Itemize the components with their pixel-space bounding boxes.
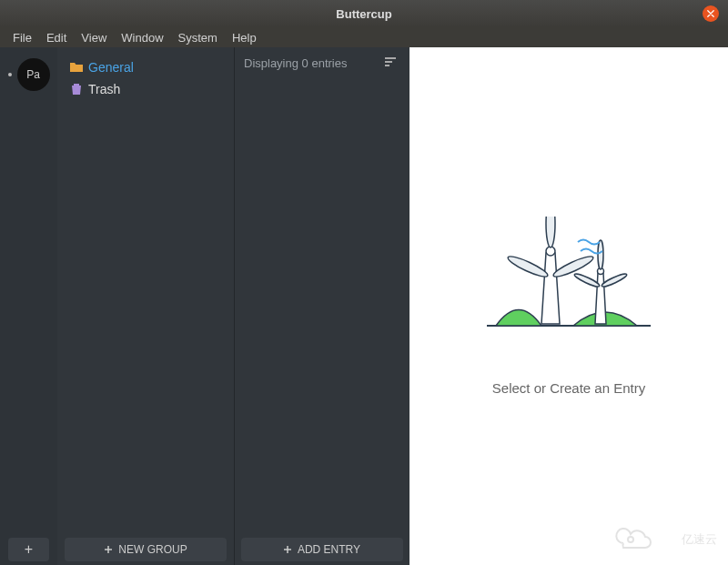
sort-icon xyxy=(384,55,397,68)
svg-point-12 xyxy=(628,537,633,542)
vault-active-dot-icon xyxy=(8,73,12,76)
svg-point-7 xyxy=(551,253,595,279)
plus-icon xyxy=(104,545,113,554)
menu-file[interactable]: File xyxy=(5,29,39,46)
bottom-toolbar: + NEW GROUP ADD ENTRY xyxy=(0,534,410,565)
svg-point-10 xyxy=(573,272,601,288)
menubar: File Edit View Window System Help xyxy=(0,27,728,47)
window-close-button[interactable] xyxy=(703,5,719,22)
empty-state-text: Select or Create an Entry xyxy=(492,380,645,396)
vault-item[interactable]: Pa xyxy=(8,58,50,91)
svg-rect-1 xyxy=(385,61,392,63)
menu-help[interactable]: Help xyxy=(225,29,264,46)
watermark: 亿速云 xyxy=(607,523,717,554)
add-entry-button[interactable]: ADD ENTRY xyxy=(241,538,403,561)
svg-rect-0 xyxy=(385,57,396,59)
window-title: Buttercup xyxy=(0,7,728,21)
menu-view[interactable]: View xyxy=(74,29,114,46)
group-label: General xyxy=(88,60,134,75)
groups-list: General Trash xyxy=(57,47,234,534)
menu-window[interactable]: Window xyxy=(114,29,170,46)
menu-edit[interactable]: Edit xyxy=(39,29,74,46)
vault-avatar[interactable]: Pa xyxy=(17,58,50,91)
folder-icon xyxy=(70,61,83,74)
svg-point-11 xyxy=(601,272,628,288)
vaults-sidebar: Pa xyxy=(0,47,57,565)
svg-rect-2 xyxy=(385,65,389,66)
entries-count-label: Displaying 0 entries xyxy=(244,56,347,70)
cloud-logo-icon xyxy=(607,523,678,550)
groups-panel: General Trash xyxy=(57,47,234,565)
entries-panel: Displaying 0 entries xyxy=(234,47,410,565)
group-item-general[interactable]: General xyxy=(65,56,227,78)
vault-abbrev: Pa xyxy=(26,68,40,81)
trash-icon xyxy=(70,83,83,96)
close-icon xyxy=(707,10,714,17)
new-group-label: NEW GROUP xyxy=(118,543,187,556)
group-label: Trash xyxy=(88,82,120,96)
entry-detail-panel: Select or Create an Entry xyxy=(410,47,728,565)
svg-point-6 xyxy=(506,253,550,279)
plus-icon xyxy=(283,545,292,554)
titlebar: Buttercup xyxy=(0,0,728,27)
svg-point-9 xyxy=(598,240,603,269)
app-body: Pa General Trash Displaying 0 xyxy=(0,47,728,565)
menu-system[interactable]: System xyxy=(171,29,225,46)
watermark-text: 亿速云 xyxy=(682,532,717,546)
entries-header: Displaying 0 entries xyxy=(235,47,410,78)
group-item-trash[interactable]: Trash xyxy=(65,78,227,100)
new-group-button[interactable]: NEW GROUP xyxy=(65,538,227,561)
add-entry-label: ADD ENTRY xyxy=(298,543,360,556)
entries-list xyxy=(235,78,410,534)
sort-button[interactable] xyxy=(380,52,400,75)
empty-state-illustration-icon xyxy=(482,217,655,335)
add-vault-button[interactable]: + xyxy=(8,538,49,561)
svg-point-5 xyxy=(546,217,555,247)
plus-icon: + xyxy=(25,541,33,558)
